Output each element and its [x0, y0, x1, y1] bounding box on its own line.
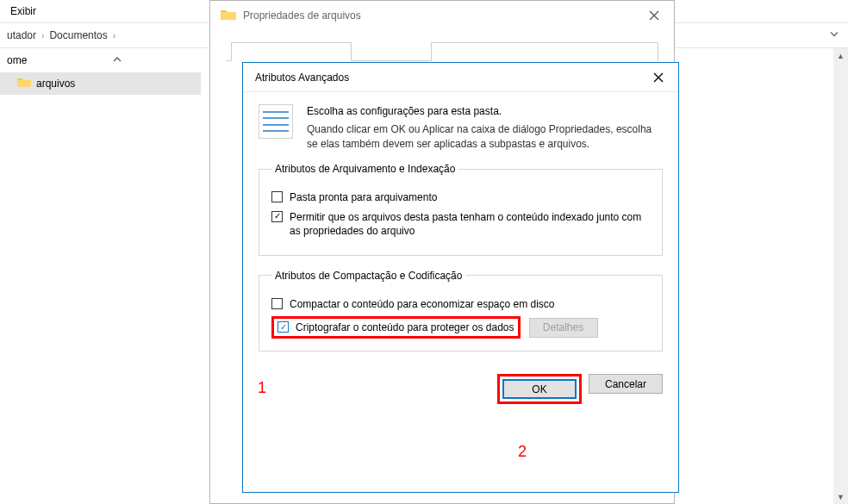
intro-title: Escolha as configurações para esta pasta… [307, 104, 663, 119]
scroll-down-icon[interactable]: ▼ [833, 489, 848, 504]
advanced-titlebar[interactable]: Atributos Avançados [243, 63, 678, 92]
close-button[interactable] [634, 1, 674, 30]
checkbox-row-archive[interactable]: Pasta pronta para arquivamento [271, 190, 650, 204]
properties-title: Propriedades de arquivos [243, 9, 361, 22]
chevron-right-icon: › [41, 31, 44, 40]
checkbox-archive[interactable] [271, 191, 283, 202]
annotation-highlight-1: Criptografar o conteúdo para proteger os… [271, 316, 521, 339]
properties-titlebar[interactable]: Propriedades de arquivos [210, 1, 674, 30]
intro-desc: Quando clicar em OK ou Aplicar na caixa … [307, 122, 663, 152]
chevron-up-icon[interactable] [112, 54, 122, 67]
sidebar-item-arquivos[interactable]: arquivos [0, 72, 201, 95]
group-archive-index: Atributos de Arquivamento e Indexação Pa… [259, 163, 663, 256]
attributes-icon [259, 104, 293, 139]
close-icon [649, 10, 659, 21]
cancel-button[interactable]: Cancelar [589, 374, 663, 394]
scrollbar-vertical[interactable]: ▲ ▼ [833, 48, 848, 504]
checkbox-compress[interactable] [271, 298, 283, 309]
breadcrumb-item-1[interactable]: utador [7, 29, 36, 41]
sidebar-item-label: arquivos [36, 78, 75, 90]
properties-tabs [226, 39, 658, 61]
checkbox-index[interactable] [271, 211, 283, 222]
close-icon [653, 72, 664, 83]
group-archive-legend: Atributos de Arquivamento e Indexação [271, 163, 458, 175]
checkbox-encrypt-label: Criptografar o conteúdo para proteger os… [296, 320, 514, 334]
ok-button[interactable]: OK [502, 379, 577, 399]
scroll-up-icon[interactable]: ▲ [833, 48, 848, 63]
checkbox-row-compress[interactable]: Compactar o conteúdo para economizar esp… [271, 297, 650, 311]
checkbox-row-encrypt[interactable]: Criptografar o conteúdo para proteger os… [277, 320, 514, 334]
nav-label[interactable]: ome [7, 54, 27, 66]
annotation-number-2: 2 [518, 443, 527, 461]
intro-text: Escolha as configurações para esta pasta… [307, 104, 663, 151]
annotation-number-1: 1 [258, 379, 266, 397]
close-button[interactable] [639, 63, 678, 92]
encrypt-row: Criptografar o conteúdo para proteger os… [271, 316, 650, 339]
details-button: Detalhes [529, 318, 598, 338]
breadcrumb-dropdown-icon[interactable] [829, 29, 839, 42]
dialog-buttons: OK Cancelar [259, 374, 663, 404]
checkbox-compress-label: Compactar o conteúdo para economizar esp… [290, 297, 555, 311]
nav-row: ome [0, 48, 129, 72]
breadcrumb[interactable]: utador › Documentos › [7, 29, 115, 41]
annotation-highlight-2: OK [497, 374, 582, 404]
chevron-right-icon: › [113, 31, 115, 40]
breadcrumb-item-2[interactable]: Documentos [49, 29, 107, 41]
group-compress-encode: Atributos de Compactação e Codificação C… [259, 270, 663, 352]
folder-icon [17, 77, 31, 90]
sidebar: arquivos [0, 72, 201, 95]
advanced-title: Atributos Avançados [255, 72, 349, 84]
intro-row: Escolha as configurações para esta pasta… [259, 104, 663, 151]
menu-view[interactable]: Exibir [10, 5, 36, 17]
folder-icon [221, 9, 236, 23]
tab-ghost-2[interactable] [431, 42, 658, 61]
checkbox-archive-label: Pasta pronta para arquivamento [290, 190, 437, 204]
group-compress-legend: Atributos de Compactação e Codificação [271, 270, 465, 282]
advanced-attributes-dialog: Atributos Avançados Escolha as configura… [242, 62, 679, 493]
tab-ghost-1[interactable] [231, 42, 352, 61]
checkbox-row-index[interactable]: Permitir que os arquivos desta pasta ten… [271, 210, 650, 238]
checkbox-encrypt[interactable] [277, 321, 289, 333]
checkbox-index-label: Permitir que os arquivos desta pasta ten… [290, 210, 650, 238]
advanced-body: Escolha as configurações para esta pasta… [243, 92, 678, 418]
